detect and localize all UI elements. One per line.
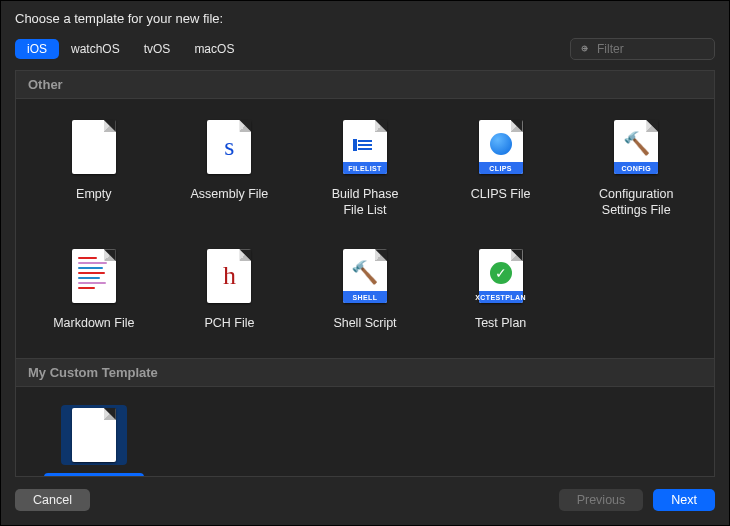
tab-ios[interactable]: iOS: [15, 39, 59, 59]
template-configuration-settings-file[interactable]: 🔨 CONFIG Configuration Settings File: [568, 113, 704, 224]
file-icon: [72, 249, 116, 303]
template-assembly-file[interactable]: s Assembly File: [162, 113, 298, 224]
file-icon: ✓ XCTESTPLAN: [479, 249, 523, 303]
template-label: Empty: [68, 185, 119, 205]
section-grid-custom: Basic Template: [16, 387, 714, 477]
filter-input[interactable]: [597, 42, 706, 56]
window-title: Choose a template for your new file:: [1, 1, 729, 34]
platform-tabs: iOS watchOS tvOS macOS: [15, 39, 246, 59]
file-icon: 🔨 SHELL: [343, 249, 387, 303]
cancel-button[interactable]: Cancel: [15, 489, 90, 511]
check-icon: ✓: [490, 262, 512, 284]
file-icon: FILELIST: [343, 120, 387, 174]
template-label: Build Phase File List: [324, 185, 407, 220]
file-icon: s: [207, 120, 251, 174]
template-test-plan[interactable]: ✓ XCTESTPLAN Test Plan: [433, 242, 569, 338]
template-basic-template[interactable]: Basic Template: [26, 401, 162, 477]
template-chooser-window: Choose a template for your new file: iOS…: [0, 0, 730, 526]
list-icon: [358, 140, 372, 150]
template-pch-file[interactable]: h PCH File: [162, 242, 298, 338]
template-label: Markdown File: [45, 314, 142, 334]
template-markdown-file[interactable]: Markdown File: [26, 242, 162, 338]
toolbar: iOS watchOS tvOS macOS: [1, 34, 729, 70]
template-label: Configuration Settings File: [591, 185, 681, 220]
footer: Cancel Previous Next: [1, 477, 729, 525]
previous-button: Previous: [559, 489, 644, 511]
template-label: Assembly File: [182, 185, 276, 205]
template-build-phase-file-list[interactable]: FILELIST Build Phase File List: [297, 113, 433, 224]
template-shell-script[interactable]: 🔨 SHELL Shell Script: [297, 242, 433, 338]
file-icon: [72, 408, 116, 462]
section-header-other: Other: [16, 71, 714, 99]
filter-icon: [579, 43, 591, 55]
section-grid-other: Empty s Assembly File FILELIST Build Pha…: [16, 99, 714, 358]
filter-field[interactable]: [570, 38, 715, 60]
next-button[interactable]: Next: [653, 489, 715, 511]
template-empty[interactable]: Empty: [26, 113, 162, 224]
template-label: PCH File: [196, 314, 262, 334]
file-icon: h: [207, 249, 251, 303]
sphere-icon: [490, 133, 512, 155]
template-label: Shell Script: [325, 314, 404, 334]
template-list[interactable]: Other Empty s Assembly File FILELIST Bui…: [15, 70, 715, 477]
template-label: Test Plan: [467, 314, 534, 334]
template-clips-file[interactable]: CLIPS CLIPS File: [433, 113, 569, 224]
template-label: CLIPS File: [463, 185, 539, 205]
file-icon: [72, 120, 116, 174]
file-icon: CLIPS: [479, 120, 523, 174]
hammer-icon: 🔨: [351, 260, 378, 286]
hammer-icon: 🔨: [623, 131, 650, 157]
tab-macos[interactable]: macOS: [182, 39, 246, 59]
file-icon: 🔨 CONFIG: [614, 120, 658, 174]
tab-watchos[interactable]: watchOS: [59, 39, 132, 59]
tab-tvos[interactable]: tvOS: [132, 39, 183, 59]
text-lines-icon: [78, 257, 110, 289]
section-header-custom: My Custom Template: [16, 358, 714, 387]
